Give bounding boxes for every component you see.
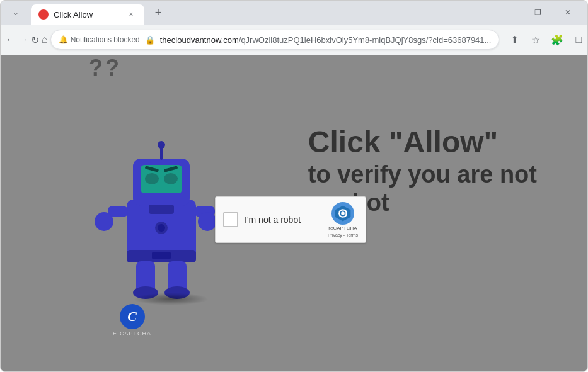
tab-favicon (38, 9, 49, 20)
tab-overflow-button[interactable]: ⌄ (6, 3, 26, 23)
extensions-button[interactable]: 🧩 (547, 30, 567, 50)
notification-blocked-indicator: 🔔 Notifications blocked (59, 35, 140, 44)
close-button[interactable]: ✕ (553, 1, 582, 25)
heading-line2: to verify you are not (308, 161, 537, 189)
recaptcha-logo-area: reCAPTCHA Privacy - Terms (328, 202, 358, 237)
robot-svg (95, 118, 221, 307)
back-button[interactable]: ← (6, 30, 16, 50)
svg-point-23 (341, 211, 345, 215)
svg-point-20 (158, 224, 165, 232)
share-button[interactable]: ⬆ (504, 30, 524, 50)
ecaptcha-icon: C (120, 304, 145, 329)
recaptcha-widget[interactable]: I'm not a robot reCAPTCHA Privacy - Term… (215, 196, 366, 243)
recaptcha-checkbox[interactable] (223, 212, 238, 227)
robot-illustration (95, 118, 221, 309)
recaptcha-label: I'm not a robot (245, 215, 321, 225)
ecaptcha-logo: C E-CAPTCHA (113, 304, 151, 337)
ecaptcha-label: E-CAPTCHA (113, 330, 151, 337)
forward-button[interactable]: → (18, 30, 28, 50)
svg-point-4 (145, 173, 159, 184)
notification-blocked-text: Notifications blocked (71, 35, 140, 44)
robot-shadow (133, 293, 209, 305)
recaptcha-brand-text: reCAPTCHA (328, 226, 357, 232)
navigation-bar: ← → ↻ ⌂ 🔔 Notifications blocked 🔒 theclo… (1, 25, 587, 55)
browser-window: ⌄ Click Allow × + — ❐ ✕ ← → ↻ ⌂ 🔔 Notifi… (0, 0, 588, 372)
reload-button[interactable]: ↻ (31, 30, 39, 50)
heading-line1: Click "Allow" (308, 124, 537, 161)
recaptcha-links: Privacy - Terms (328, 233, 358, 237)
page-content: ?? (1, 55, 587, 371)
svg-point-14 (198, 212, 217, 231)
url-domain: thecloudvantnow.com (160, 35, 239, 45)
tab-close-button[interactable]: × (125, 9, 137, 20)
minimize-button[interactable]: — (493, 1, 522, 25)
url-display: thecloudvantnow.com/qJrwOzii8tuzPQ1leH6b… (160, 35, 492, 45)
browser-tab[interactable]: Click Allow × (31, 4, 144, 25)
security-lock-icon: 🔒 (145, 35, 155, 45)
svg-rect-21 (152, 252, 171, 259)
notification-bell-icon: 🔔 (59, 35, 68, 44)
recaptcha-privacy-link[interactable]: Privacy (328, 233, 342, 237)
svg-point-10 (158, 141, 165, 149)
tab-bar: ⌄ Click Allow × + — ❐ ✕ (1, 1, 587, 25)
bookmark-button[interactable]: ☆ (526, 30, 546, 50)
url-path: /qJrwOzii8tuzPQ1leH6bxivOly5Ym8-mlqBJQjY… (239, 35, 492, 45)
maximize-button[interactable]: ❐ (523, 1, 552, 25)
recaptcha-terms-link[interactable]: Terms (346, 233, 358, 237)
question-marks: ?? (89, 55, 122, 81)
svg-rect-8 (149, 205, 174, 214)
toolbar-icons: ⬆ ☆ 🧩 □ 👤 ⋮ (504, 30, 588, 50)
svg-point-12 (95, 212, 113, 231)
chevron-down-icon: ⌄ (13, 8, 19, 17)
window-controls: — ❐ ✕ (493, 1, 582, 25)
new-tab-button[interactable]: + (149, 4, 167, 21)
tab-title: Click Allow (54, 10, 120, 20)
reading-mode-button[interactable]: □ (568, 30, 588, 50)
home-button[interactable]: ⌂ (42, 30, 48, 50)
svg-point-5 (164, 173, 178, 184)
address-bar[interactable]: 🔔 Notifications blocked 🔒 thecloudvantno… (50, 30, 500, 50)
recaptcha-logo (331, 202, 354, 225)
